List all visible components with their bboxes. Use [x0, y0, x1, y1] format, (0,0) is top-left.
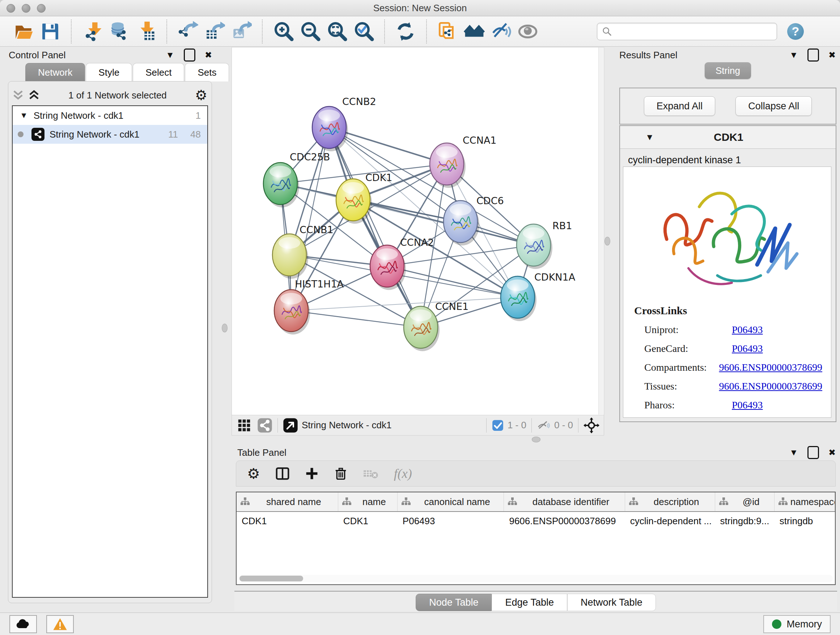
crosslink-value-link[interactable]: P06493 [732, 399, 763, 411]
collection-expand-icon[interactable]: ▼ [20, 111, 28, 120]
crosslink-value-link[interactable]: 9606.ENSP00000378699 [719, 380, 822, 392]
cloud-status-button[interactable] [9, 615, 37, 633]
table-cell[interactable]: cyclin-dependent ... [625, 516, 715, 527]
node-HIST1H1A[interactable]: HIST1H1A [274, 279, 344, 334]
results-tab-string[interactable]: String [705, 62, 751, 79]
show-all-button[interactable] [515, 19, 541, 43]
tab-select[interactable]: Select [133, 63, 184, 81]
export-network-button[interactable] [174, 19, 201, 43]
delete-column-icon[interactable] [334, 467, 347, 480]
node-CDC25B[interactable]: CDC25B [264, 151, 330, 207]
expand-all-icon[interactable] [28, 90, 40, 101]
search-box[interactable] [597, 23, 777, 40]
string-view-icon[interactable] [257, 418, 272, 433]
column-header-namespace[interactable]: namespace [775, 492, 835, 511]
expand-all-button[interactable]: Expand All [644, 96, 715, 116]
column-header-name[interactable]: name [338, 492, 398, 511]
warnings-button[interactable] [46, 615, 74, 633]
node-CCNB2[interactable]: CCNB2 [312, 96, 376, 151]
float-panel-icon[interactable]: ▼ [789, 448, 798, 457]
bottom-splitter-handle[interactable] [532, 437, 540, 442]
tab-sets[interactable]: Sets [185, 63, 229, 81]
node-CDC6[interactable]: CDC6 [444, 195, 504, 245]
search-input[interactable] [613, 24, 777, 39]
close-panel-icon[interactable]: ✖ [205, 51, 212, 59]
column-header-@id[interactable]: @id [715, 492, 775, 511]
column-header-shared-name[interactable]: shared name [237, 492, 338, 511]
table-cell[interactable]: stringdb [775, 516, 835, 527]
node-CDKN1A[interactable]: CDKN1A [501, 272, 576, 321]
memory-button[interactable]: Memory [763, 615, 831, 633]
maximize-panel-icon[interactable] [807, 446, 819, 459]
fit-network-crosshair-icon[interactable] [584, 417, 600, 433]
refresh-layout-button[interactable] [392, 19, 419, 43]
column-header-database-identifier[interactable]: database identifier [504, 492, 625, 511]
tab-node-table[interactable]: Node Table [416, 594, 492, 611]
home-button[interactable] [461, 19, 488, 43]
table-cell[interactable]: 9606.ENSP00000378699 [504, 516, 625, 527]
network-vertical-scrollbar[interactable] [598, 48, 603, 415]
collapse-all-icon[interactable] [12, 90, 24, 101]
maximize-panel-icon[interactable] [184, 49, 195, 62]
node-RB1[interactable]: RB1 [516, 220, 572, 269]
node-CDK1[interactable]: CDK1 [336, 172, 393, 224]
network-canvas[interactable]: CCNB2 CCNA1 CDC25B CDK1 CDC6 RB1 CCNB1 [232, 47, 604, 416]
import-network-button[interactable] [79, 19, 106, 43]
crosslink-value-link[interactable]: P06493 [732, 343, 763, 355]
zoom-in-button[interactable] [270, 19, 297, 43]
tab-network[interactable]: Network [25, 63, 85, 81]
import-table-button[interactable] [133, 19, 159, 43]
create-column-icon[interactable] [305, 467, 319, 480]
gene-section-header[interactable]: ▼ CDK1 [620, 126, 836, 149]
column-header-description[interactable]: description [625, 492, 715, 511]
tab-network-table[interactable]: Network Table [567, 594, 656, 611]
crosslink-value-link[interactable]: P06493 [732, 324, 763, 336]
selected-checkbox-icon[interactable] [492, 419, 504, 432]
zoom-out-button[interactable] [297, 19, 324, 43]
table-horizontal-scrollbar[interactable] [239, 575, 833, 582]
collapse-all-button[interactable]: Collapse All [736, 96, 812, 116]
table-options-gear-icon[interactable]: ⚙ [247, 466, 260, 481]
right-splitter-handle[interactable] [605, 237, 610, 245]
table-cell[interactable]: P06493 [398, 516, 504, 527]
tab-edge-table[interactable]: Edge Table [492, 594, 567, 611]
zoom-selected-button[interactable] [350, 19, 377, 43]
network-options-gear-icon[interactable]: ⚙ [195, 88, 207, 102]
network-row[interactable]: String Network - cdk1 11 48 [13, 125, 207, 144]
network-collection-row[interactable]: ▼ String Network - cdk1 1 [13, 106, 207, 125]
open-session-button[interactable] [10, 19, 37, 43]
column-header-canonical-name[interactable]: canonical name [398, 492, 504, 511]
table-cell[interactable]: stringdb:9... [715, 516, 775, 527]
close-panel-icon[interactable]: ✖ [829, 51, 836, 59]
edge-CCNB2-CCNE1[interactable] [329, 127, 421, 327]
hidden-eye-icon[interactable] [537, 419, 551, 432]
open-in-new-window-icon[interactable] [283, 418, 298, 433]
edge-CDKN1A-HIST1H1A[interactable] [291, 297, 518, 310]
gene-collapse-icon[interactable]: ▼ [645, 132, 654, 142]
maximize-panel-icon[interactable] [807, 49, 819, 62]
table-row[interactable]: CDK1CDK1P064939606.ENSP00000378699cyclin… [237, 512, 835, 530]
clone-network-button[interactable] [434, 19, 461, 43]
crosslink-value-link[interactable]: 9606.ENSP00000378699 [719, 362, 822, 373]
grid-view-icon[interactable] [237, 418, 251, 432]
table-scrollbar-thumb[interactable] [240, 576, 303, 581]
tab-style[interactable]: Style [86, 63, 132, 81]
help-button[interactable]: ? [787, 23, 804, 40]
float-panel-icon[interactable]: ▼ [789, 51, 798, 59]
import-database-button[interactable] [106, 19, 133, 43]
float-panel-icon[interactable]: ▼ [166, 51, 174, 59]
save-session-button[interactable] [37, 19, 64, 43]
node-CCNE1[interactable]: CCNE1 [404, 301, 469, 351]
table-cell[interactable]: CDK1 [237, 516, 338, 527]
edge-HIST1H1A-CCNE1[interactable] [291, 310, 421, 327]
node-CCNA2[interactable]: CCNA2 [370, 237, 434, 290]
hide-selected-button[interactable] [488, 19, 515, 43]
close-panel-icon[interactable]: ✖ [829, 448, 836, 457]
table-cell[interactable]: CDK1 [338, 516, 398, 527]
left-splitter-handle[interactable] [222, 324, 227, 333]
show-columns-icon[interactable] [275, 466, 290, 481]
zoom-fit-button[interactable] [324, 19, 350, 43]
node-count: 11 [168, 129, 178, 140]
export-image-button[interactable] [228, 19, 255, 43]
export-table-button[interactable] [201, 19, 228, 43]
